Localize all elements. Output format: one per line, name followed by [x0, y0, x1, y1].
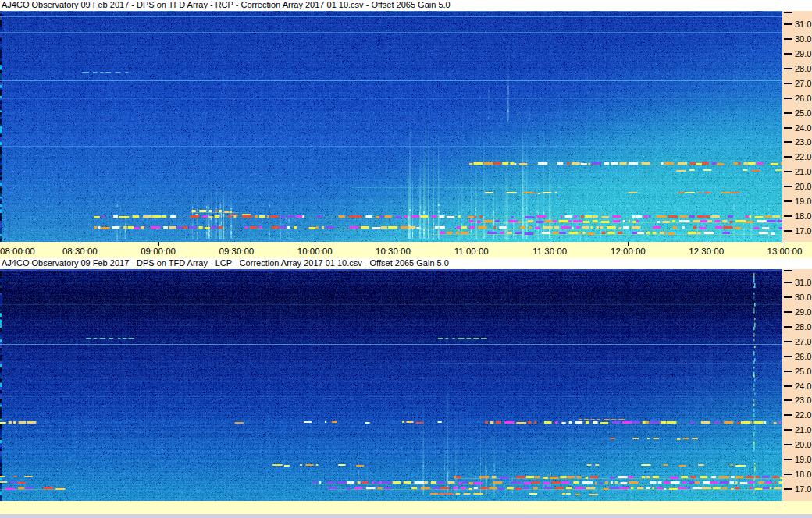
time-tick: [158, 242, 159, 246]
freq-tick: [784, 399, 792, 401]
freq-tick: [784, 68, 792, 69]
panel-lcp: 31.030.029.028.027.026.025.024.023.022.0…: [0, 269, 812, 501]
freq-tick: [784, 474, 792, 475]
freq-tick-label: 27.0: [795, 337, 811, 346]
freq-tick: [784, 296, 792, 298]
freq-tick-label: 17.0: [795, 484, 811, 494]
freq-tick: [784, 270, 792, 271]
freq-tick: [784, 186, 792, 187]
time-tick-label: 09:00:00: [131, 247, 186, 256]
freq-tick-label: 31.0: [795, 278, 811, 287]
freq-tick-label: 28.0: [795, 64, 811, 73]
freq-tick-label: 17.0: [795, 226, 811, 236]
freq-tick: [784, 282, 792, 283]
freq-tick-label: 24.0: [795, 123, 811, 133]
freq-tick-label: 25.0: [795, 108, 811, 118]
freq-tick-label: 30.0: [795, 293, 811, 302]
time-tick: [707, 242, 707, 246]
panel-lcp-title: AJ4CO Observatory 09 Feb 2017 - DPS on T…: [0, 258, 812, 269]
freq-axis-rcp: 31.030.029.028.027.026.025.024.023.022.0…: [782, 11, 812, 242]
time-tick: [315, 242, 315, 246]
freq-tick: [784, 326, 792, 328]
panel-rcp-title: AJ4CO Observatory 09 Feb 2017 - DPS on T…: [0, 0, 812, 11]
freq-tick: [784, 215, 792, 217]
freq-tick-label: 19.0: [795, 455, 811, 464]
freq-tick-label: 29.0: [795, 49, 811, 59]
freq-tick: [784, 341, 792, 342]
freq-tick-label: 21.0: [795, 425, 811, 435]
freq-tick: [784, 444, 792, 445]
freq-tick-label: 25.0: [795, 367, 811, 376]
freq-tick: [784, 112, 792, 114]
freq-tick: [784, 12, 792, 13]
spectrograph-window: AJ4CO Observatory 09 Feb 2017 - DPS on T…: [0, 0, 812, 518]
freq-tick: [784, 311, 792, 313]
freq-tick-label: 18.0: [795, 211, 811, 221]
freq-tick-label: 23.0: [795, 137, 811, 147]
time-tick-label: 09:30:00: [209, 247, 264, 256]
freq-tick: [784, 53, 792, 55]
freq-tick-label: 27.0: [795, 79, 811, 88]
time-tick: [550, 242, 550, 246]
freq-tick-label: 22.0: [795, 410, 811, 420]
time-tick-label: 11:00:00: [444, 247, 499, 256]
freq-tick-label: 21.0: [795, 167, 811, 176]
time-tick-label: 13:00:00: [757, 247, 812, 256]
time-tick: [785, 242, 785, 246]
time-tick-label: 12:30:00: [679, 247, 734, 256]
freq-tick-label: 30.0: [795, 34, 811, 44]
time-tick: [2, 242, 2, 246]
freq-tick: [784, 385, 792, 387]
window-footer-strip: [0, 514, 812, 518]
freq-tick: [784, 459, 792, 460]
freq-tick-label: 26.0: [795, 94, 811, 103]
spectrogram-lcp-canvas: [0, 269, 782, 501]
freq-tick: [784, 200, 792, 202]
time-axis-empty-strip: [0, 501, 812, 514]
panel-rcp: 31.030.029.028.027.026.025.024.023.022.0…: [0, 11, 812, 242]
freq-tick-label: 19.0: [795, 197, 811, 206]
time-tick: [628, 242, 629, 246]
freq-tick-label: 31.0: [795, 20, 811, 29]
time-tick: [237, 242, 237, 246]
time-tick-label: 08:30:00: [52, 247, 107, 256]
freq-tick: [784, 127, 792, 129]
freq-tick-label: 28.0: [795, 322, 811, 332]
time-tick: [80, 242, 80, 246]
freq-tick-label: 18.0: [795, 470, 811, 479]
freq-tick-label: 24.0: [795, 381, 811, 391]
freq-tick-label: 23.0: [795, 396, 811, 405]
freq-tick: [784, 141, 792, 143]
time-tick: [472, 242, 472, 246]
time-tick-label: 11:30:00: [522, 247, 577, 256]
time-tick-label: 08:00:00: [0, 247, 55, 256]
freq-tick: [784, 356, 792, 357]
freq-tick-label: 20.0: [795, 182, 811, 191]
freq-tick: [784, 38, 792, 40]
time-tick-label: 10:30:00: [366, 247, 421, 256]
freq-tick: [784, 23, 792, 25]
freq-tick: [784, 98, 792, 99]
freq-tick: [784, 488, 792, 490]
freq-tick: [784, 83, 792, 84]
time-tick-label: 10:00:00: [287, 247, 342, 256]
freq-tick: [784, 414, 792, 416]
freq-tick: [784, 230, 792, 232]
freq-tick: [784, 156, 792, 158]
freq-tick: [784, 371, 792, 372]
freq-tick-label: 29.0: [795, 307, 811, 317]
time-axis: 08:00:0008:30:0009:00:0009:30:0010:00:00…: [0, 242, 812, 258]
freq-axis-lcp: 31.030.029.028.027.026.025.024.023.022.0…: [782, 269, 812, 501]
time-tick-label: 12:00:00: [600, 247, 655, 256]
freq-tick: [784, 429, 792, 431]
freq-tick-label: 22.0: [795, 152, 811, 161]
freq-tick-label: 20.0: [795, 440, 811, 449]
time-tick: [394, 242, 394, 246]
freq-tick-label: 26.0: [795, 352, 811, 361]
freq-tick: [784, 171, 792, 172]
spectrogram-rcp-canvas: [0, 11, 782, 242]
